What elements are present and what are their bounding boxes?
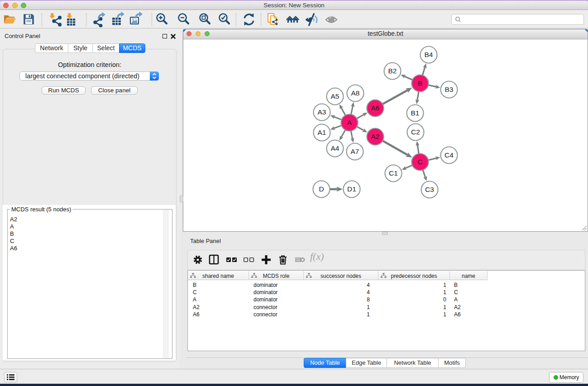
svg-text:A7: A7 (351, 148, 359, 155)
svg-text:C: C (417, 158, 422, 166)
svg-text:B2: B2 (388, 67, 397, 75)
svg-text:B1: B1 (411, 109, 420, 117)
svg-text:C4: C4 (445, 151, 454, 159)
svg-text:A8: A8 (351, 89, 360, 97)
svg-text:A2: A2 (371, 133, 380, 140)
svg-text:D1: D1 (347, 185, 356, 193)
svg-text:B3: B3 (445, 86, 454, 93)
svg-text:C2: C2 (411, 128, 420, 136)
svg-text:A: A (347, 119, 352, 126)
svg-text:A1: A1 (318, 129, 326, 136)
svg-text:B: B (418, 79, 422, 87)
svg-text:D: D (319, 185, 324, 193)
svg-text:A4: A4 (331, 144, 339, 152)
svg-text:A5: A5 (331, 92, 339, 100)
svg-text:A6: A6 (371, 104, 380, 112)
svg-text:C3: C3 (425, 186, 434, 193)
svg-text:A3: A3 (318, 108, 326, 116)
svg-text:C1: C1 (389, 169, 398, 177)
svg-text:B4: B4 (425, 51, 433, 58)
